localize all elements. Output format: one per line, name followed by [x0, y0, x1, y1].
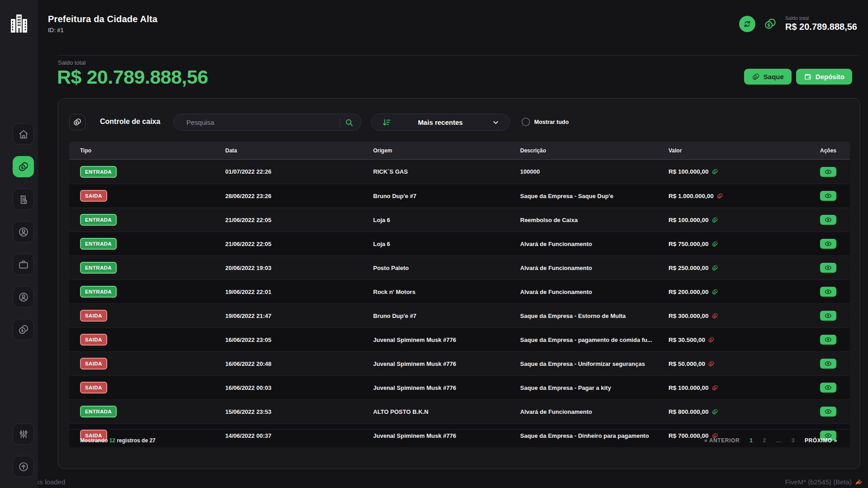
view-button[interactable] [820, 407, 836, 417]
view-button[interactable] [820, 383, 836, 393]
sidebar-item-coins-6[interactable]: $ [13, 319, 34, 340]
saque-button[interactable]: $ Saque [744, 69, 792, 85]
next-page-button[interactable]: PRÓXIMO » [805, 437, 837, 444]
home-icon [18, 128, 29, 140]
refresh-button[interactable] [739, 16, 755, 32]
cell-actions [782, 191, 836, 201]
type-badge: SAIDA [80, 310, 107, 322]
cell-date: 16/06/2022 20:48 [225, 360, 373, 367]
eye-icon [825, 240, 832, 247]
view-button[interactable] [820, 191, 836, 201]
eye-icon [825, 360, 832, 367]
sort-dropdown[interactable]: Mais recentes [371, 114, 510, 131]
money-icon: $ [711, 265, 718, 271]
previous-page-button[interactable]: « ANTERIOR [704, 437, 740, 444]
balance-label: Saldo total [58, 59, 85, 66]
fivem-build-status: FiveM* (b2545) (Beta) [785, 478, 863, 486]
show-all-toggle[interactable]: Mostrar tudo [522, 118, 569, 126]
cell-actions [782, 359, 836, 369]
value-text: R$ 200.000,00 [669, 289, 709, 295]
column-header-1: Data [225, 147, 373, 154]
value-text: R$ 50.000,00 [669, 360, 705, 367]
view-button[interactable] [820, 359, 836, 369]
page-number-2[interactable]: 2 [763, 437, 766, 444]
table-row: ENTRADA 01/07/2022 22:26 RICK´S GAS 1000… [69, 160, 850, 184]
table-header: TipoDataOrigemDescriçãoValorAções [69, 142, 850, 160]
sidebar-item-receipt-2[interactable] [13, 189, 34, 210]
view-button[interactable] [820, 287, 836, 297]
column-header-4: Valor [669, 147, 782, 154]
table-row: ENTRADA 15/06/2022 23:53 ALTO POSTO B.K.… [69, 399, 850, 423]
previous-page-label: ANTERIOR [709, 437, 740, 444]
svg-text:$: $ [20, 328, 23, 333]
column-header-0: Tipo [80, 147, 225, 154]
cell-origin: Loja 6 [373, 217, 520, 223]
sidebar-item-sliders[interactable] [13, 423, 34, 445]
table-row: ENTRADA 21/06/2022 22:05 Loja 6 Alvará d… [69, 232, 850, 256]
cell-description: Saque da Empresa - Saque Dup'e [520, 193, 669, 199]
type-badge: SAIDA [80, 190, 107, 202]
header-divider [58, 55, 860, 56]
cell-date: 20/06/2022 19:03 [225, 265, 373, 271]
sidebar-item-home-0[interactable] [13, 123, 34, 145]
cell-date: 01/07/2022 22:26 [225, 168, 373, 175]
cell-value: R$ 750.000,00 $ [669, 241, 782, 247]
money-icon: $ [716, 193, 723, 199]
view-button[interactable] [820, 311, 836, 321]
cell-actions [782, 263, 836, 273]
coins-icon: $ [18, 161, 29, 173]
search-box [173, 114, 361, 131]
value-text: R$ 250.000,00 [669, 265, 709, 271]
sidebar-item-user-3[interactable] [13, 221, 34, 242]
cell-type: SAIDA [80, 190, 225, 202]
search-icon[interactable] [344, 118, 354, 128]
cell-date: 19/06/2022 22:01 [225, 289, 373, 295]
eye-icon [825, 408, 832, 415]
sidebar-item-coins-1[interactable]: $ [13, 156, 34, 177]
page-number-1[interactable]: 1 [749, 437, 753, 444]
deposito-button[interactable]: Depósito [796, 69, 852, 85]
cell-value: R$ 50.000,00 $ [669, 360, 782, 367]
next-page-label: PRÓXIMO [805, 437, 832, 444]
app-logo [10, 14, 28, 35]
eye-icon [825, 336, 832, 343]
svg-text:$: $ [710, 363, 711, 365]
transactions-table: TipoDataOrigemDescriçãoValorAções ENTRAD… [69, 142, 850, 447]
view-button[interactable] [820, 167, 836, 177]
type-badge: SAIDA [80, 382, 107, 393]
sidebar-item-user-5[interactable] [13, 286, 34, 308]
cell-date: 16/06/2022 23:05 [225, 336, 373, 343]
fivem-build-label: FiveM* (b2545) (Beta) [785, 478, 852, 486]
table-row: SAIDA 16/06/2022 00:03 Juvenal Spiminem … [69, 375, 850, 399]
building-icon [10, 14, 28, 33]
show-all-radio[interactable] [522, 118, 530, 126]
sidebar-item-briefcase-4[interactable] [13, 254, 34, 275]
view-button[interactable] [820, 239, 836, 249]
double-chevron-right-icon: » [834, 437, 837, 444]
cell-actions [782, 167, 836, 177]
value-text: R$ 800.000,00 [669, 408, 709, 415]
cell-date: 16/06/2022 00:03 [225, 384, 373, 391]
table-row: ENTRADA 19/06/2022 22:01 Rock n' Motors … [69, 280, 850, 303]
type-badge: SAIDA [80, 358, 107, 370]
eye-icon [825, 168, 832, 175]
sidebar-item-power[interactable] [13, 456, 34, 477]
view-button[interactable] [820, 263, 836, 273]
cell-date: 21/06/2022 22:05 [225, 217, 373, 223]
table-row: ENTRADA 21/06/2022 22:05 Loja 6 Reembols… [69, 208, 850, 232]
receipt-icon [18, 194, 29, 205]
value-text: R$ 750.000,00 [669, 241, 709, 247]
cell-type: SAIDA [80, 334, 225, 346]
page-number-3[interactable]: 3 [792, 437, 795, 444]
search-input[interactable] [186, 114, 336, 130]
table-row: SAIDA 19/06/2022 21:47 Bruno Dup'e #7 Sa… [69, 303, 850, 327]
cell-value: R$ 300.000,00 $ [669, 313, 782, 319]
view-button[interactable] [820, 215, 836, 225]
value-text: R$ 300.000,00 [669, 313, 709, 319]
eye-icon [825, 192, 832, 199]
view-button[interactable] [820, 335, 836, 345]
coins-icon: $ [764, 17, 777, 31]
page-number-...[interactable]: ... [776, 437, 782, 444]
cell-description: 100000 [520, 168, 669, 175]
cell-type: ENTRADA [80, 214, 225, 226]
